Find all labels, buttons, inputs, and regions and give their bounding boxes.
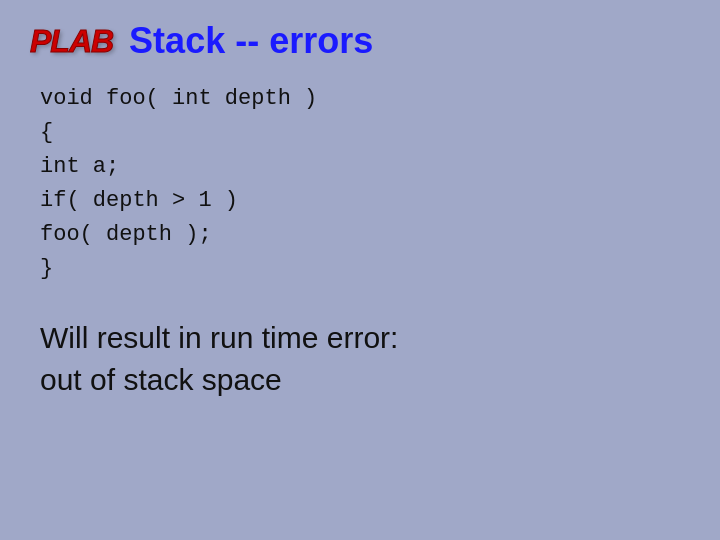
slide-title: Stack -- errors (129, 20, 373, 62)
code-line-2: { (40, 116, 690, 150)
code-line-4: if( depth > 1 ) (40, 184, 690, 218)
message-line-2: out of stack space (40, 359, 690, 401)
code-block: void foo( int depth ) { int a; if( depth… (40, 82, 690, 287)
message-block: Will result in run time error: out of st… (40, 317, 690, 401)
code-line-5: foo( depth ); (40, 218, 690, 252)
header: PLAB Stack -- errors (30, 20, 690, 62)
slide: PLAB Stack -- errors void foo( int depth… (0, 0, 720, 540)
plab-logo: PLAB (30, 23, 113, 60)
code-line-1: void foo( int depth ) (40, 82, 690, 116)
code-line-6: } (40, 252, 690, 286)
code-line-3: int a; (40, 150, 690, 184)
message-line-1: Will result in run time error: (40, 317, 690, 359)
